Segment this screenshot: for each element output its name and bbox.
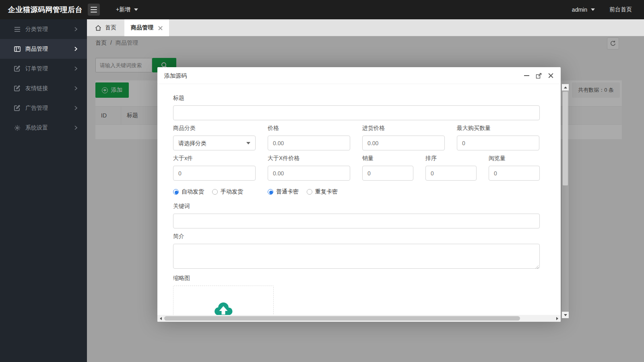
field-keywords: 关键词: [173, 203, 540, 228]
cost-price-input[interactable]: [362, 136, 445, 150]
field-category: 商品分类 请选择分类: [173, 125, 256, 150]
sidebar-item-settings[interactable]: 系统设置: [0, 118, 87, 138]
frontend-home-link[interactable]: 前台首页: [609, 6, 632, 13]
views-input[interactable]: [489, 166, 540, 181]
sidebar-item-ads[interactable]: 广告管理: [0, 98, 87, 118]
delivery-radio-group: 自动发货 手动发货: [173, 188, 268, 195]
goods-icon: [14, 45, 21, 52]
sidebar-item-links[interactable]: 友情链接: [0, 78, 87, 98]
app-title: 企业猫源码网管理后台: [0, 5, 87, 14]
chevron-right-icon: [74, 46, 77, 52]
tab-close-icon[interactable]: [158, 26, 163, 30]
modal-header: 添加源码: [157, 67, 561, 84]
radio-icon: [173, 189, 179, 195]
category-select[interactable]: 请选择分类: [173, 136, 256, 150]
username: admin: [572, 6, 587, 13]
sidebar-item-goods[interactable]: 商品管理: [0, 39, 87, 59]
chevron-right-icon: [74, 85, 77, 92]
radio-icon: [268, 189, 273, 195]
add-source-modal: 添加源码 标题 商品分类 请选择分类 价格: [157, 67, 561, 322]
gear-icon: [14, 124, 21, 131]
maximize-icon[interactable]: [535, 72, 542, 79]
modal-body: 标题 商品分类 请选择分类 价格 进货价格 最大购买数量: [157, 84, 561, 315]
scroll-right-arrow-icon[interactable]: [554, 315, 561, 322]
chevron-right-icon: [74, 105, 77, 111]
vertical-scroll-thumb[interactable]: [563, 92, 568, 185]
field-gtx: 大于x件: [173, 155, 256, 181]
radio-icon: [307, 189, 312, 195]
field-thumbnail: 缩略图 点击上传，或将文件拖拽到此处: [173, 275, 540, 315]
list-icon: [14, 26, 21, 33]
field-title: 标题: [173, 95, 540, 120]
radio-auto-delivery[interactable]: 自动发货: [173, 188, 204, 195]
radio-repeat-card[interactable]: 重复卡密: [307, 188, 338, 195]
topbar: 企业猫源码网管理后台 +新增 admin 前台首页: [0, 0, 644, 19]
home-icon: [95, 25, 101, 31]
title-input[interactable]: [173, 105, 540, 120]
category-select-wrap: 请选择分类: [173, 136, 256, 150]
add-new-label: +新增: [116, 6, 130, 13]
tab-strip: 首页 商品管理: [87, 19, 644, 36]
sidebar-item-orders[interactable]: 订单管理: [0, 59, 87, 78]
sales-input[interactable]: [362, 166, 413, 181]
scroll-down-arrow-icon[interactable]: [562, 312, 569, 318]
sidebar: 分类管理 商品管理 订单管理 友情链接 广告管理 系统设置: [0, 19, 87, 362]
edit-icon: [14, 85, 21, 92]
scroll-left-arrow-icon[interactable]: [157, 315, 164, 322]
radio-manual-delivery[interactable]: 手动发货: [212, 188, 243, 195]
menu-toggle-icon[interactable]: [88, 4, 100, 16]
tab-goods-active[interactable]: 商品管理: [124, 19, 169, 36]
horizontal-scroll-thumb[interactable]: [164, 316, 520, 321]
field-views: 阅览量: [489, 155, 540, 181]
sidebar-item-category[interactable]: 分类管理: [0, 19, 87, 39]
user-dropdown[interactable]: admin: [572, 6, 595, 13]
gtx-input[interactable]: [173, 166, 256, 181]
chevron-down-icon: [591, 8, 595, 11]
scroll-up-arrow-icon[interactable]: [562, 84, 569, 90]
radio-normal-card[interactable]: 普通卡密: [268, 188, 299, 195]
modal-title: 添加源码: [157, 67, 561, 84]
card-type-radio-group: 普通卡密 重复卡密: [268, 188, 338, 195]
close-icon[interactable]: [547, 72, 554, 79]
field-cost-price: 进货价格: [362, 125, 445, 150]
horizontal-scrollbar[interactable]: [157, 315, 561, 322]
field-max-buy: 最大购买数量: [457, 125, 539, 150]
edit-icon: [14, 65, 21, 72]
minimize-icon[interactable]: [523, 72, 530, 79]
field-intro: 简介: [173, 233, 540, 270]
chevron-right-icon: [74, 125, 77, 131]
thumbnail-upload-dropzone[interactable]: 点击上传，或将文件拖拽到此处: [173, 286, 274, 315]
intro-textarea[interactable]: [173, 244, 540, 269]
edit-icon: [14, 105, 21, 111]
window-controls: [523, 67, 554, 84]
gtx-price-input[interactable]: [268, 166, 350, 181]
cloud-upload-icon: [212, 300, 235, 315]
field-sort: 排序: [425, 155, 477, 181]
radio-row: 自动发货 手动发货 普通卡密 重复卡密: [173, 188, 540, 195]
chevron-right-icon: [74, 26, 77, 33]
radio-icon: [212, 189, 218, 195]
sort-input[interactable]: [425, 166, 477, 181]
price-input[interactable]: [268, 136, 350, 150]
field-sales: 销量: [362, 155, 413, 181]
tab-home[interactable]: 首页: [87, 19, 124, 36]
field-gtx-price: 大于X件价格: [268, 155, 350, 181]
vertical-scrollbar[interactable]: [562, 84, 569, 318]
topbar-right: admin 前台首页: [572, 6, 644, 13]
add-new-dropdown[interactable]: +新增: [116, 6, 138, 13]
keywords-input[interactable]: [173, 214, 540, 228]
chevron-right-icon: [74, 66, 77, 72]
max-buy-input[interactable]: [457, 136, 539, 150]
field-price: 价格: [268, 125, 350, 150]
chevron-down-icon: [134, 8, 138, 11]
